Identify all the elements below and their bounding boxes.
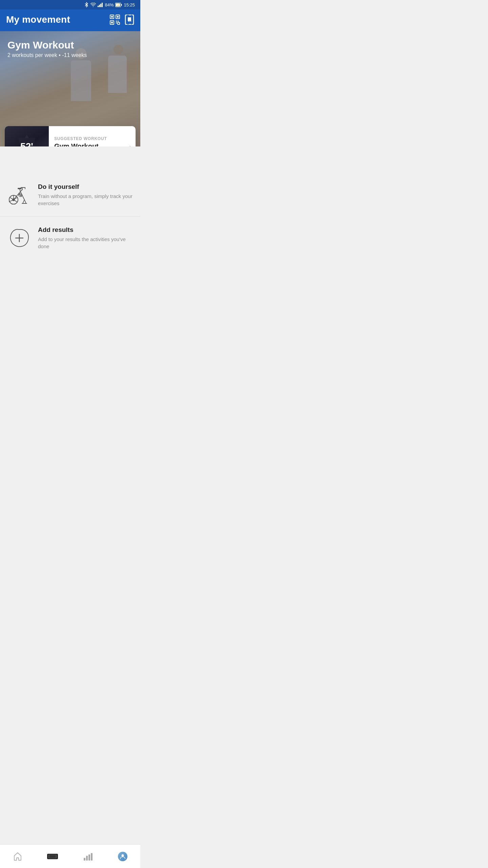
hero-subtitle: 2 workouts per week • -11 weeks: [7, 52, 87, 58]
workout-duration: 52': [20, 141, 33, 146]
svg-rect-16: [116, 22, 117, 23]
svg-line-45: [24, 200, 26, 203]
svg-text:⚡: ⚡: [117, 4, 120, 7]
svg-rect-9: [111, 16, 113, 18]
add-results-desc: Add to your results the activities you'v…: [38, 236, 133, 250]
add-results-title: Add results: [38, 226, 133, 234]
svg-rect-13: [111, 22, 113, 23]
svg-rect-3: [102, 3, 103, 7]
header-actions: [110, 15, 134, 25]
svg-line-35: [20, 190, 22, 192]
qr-code-button[interactable]: [110, 15, 120, 25]
add-results-text: Add results Add to your results the acti…: [38, 226, 133, 250]
do-it-yourself-desc: Train without a program, simply track yo…: [38, 193, 133, 207]
battery-icon: ⚡: [115, 3, 122, 7]
page-title: My movement: [6, 14, 70, 25]
wifi-icon: [90, 3, 96, 7]
bookmark-button[interactable]: [125, 15, 134, 25]
add-results-item[interactable]: Add results Add to your results the acti…: [0, 217, 140, 259]
svg-rect-5: [121, 4, 122, 6]
svg-line-36: [20, 189, 20, 192]
do-it-yourself-title: Do it yourself: [38, 183, 133, 191]
svg-rect-0: [98, 6, 99, 7]
svg-rect-15: [118, 21, 119, 22]
suggested-label: SUGGESTED WORKOUT: [54, 136, 125, 141]
svg-rect-23: [131, 15, 132, 24]
battery-percent: 84%: [105, 2, 114, 7]
workout-info: SUGGESTED WORKOUT Gym Workout 7 exe • 66…: [49, 132, 129, 147]
hero-text: Gym Workout 2 workouts per week • -11 we…: [7, 39, 87, 58]
workout-name: Gym Workout: [54, 142, 125, 147]
svg-line-46: [23, 200, 24, 203]
hero-title: Gym Workout: [7, 39, 87, 51]
svg-rect-2: [100, 4, 101, 7]
svg-rect-17: [118, 22, 120, 24]
status-bar: 84% ⚡ 15:25: [0, 0, 140, 9]
chevron-right-icon: ›: [129, 143, 131, 147]
content-area: Do it yourself Train without a program, …: [0, 146, 140, 287]
add-results-icon: [7, 226, 31, 250]
svg-rect-11: [117, 16, 119, 18]
svg-rect-22: [127, 15, 128, 24]
suggested-workout-card[interactable]: 52' SUGGESTED WORKOUT Gym Workout 7 exe …: [5, 126, 136, 146]
exercise-bike-icon: [7, 183, 31, 207]
bluetooth-icon: [84, 2, 89, 7]
signal-icon: [98, 3, 103, 7]
do-it-yourself-text: Do it yourself Train without a program, …: [38, 183, 133, 207]
hero-section: Gym Workout 2 workouts per week • -11 we…: [0, 31, 140, 146]
workout-thumbnail: 52': [5, 126, 49, 146]
svg-rect-1: [99, 5, 100, 7]
app-header: My movement: [0, 9, 140, 31]
svg-rect-14: [116, 21, 117, 22]
time-display: 15:25: [124, 2, 135, 7]
do-it-yourself-item[interactable]: Do it yourself Train without a program, …: [0, 174, 140, 217]
